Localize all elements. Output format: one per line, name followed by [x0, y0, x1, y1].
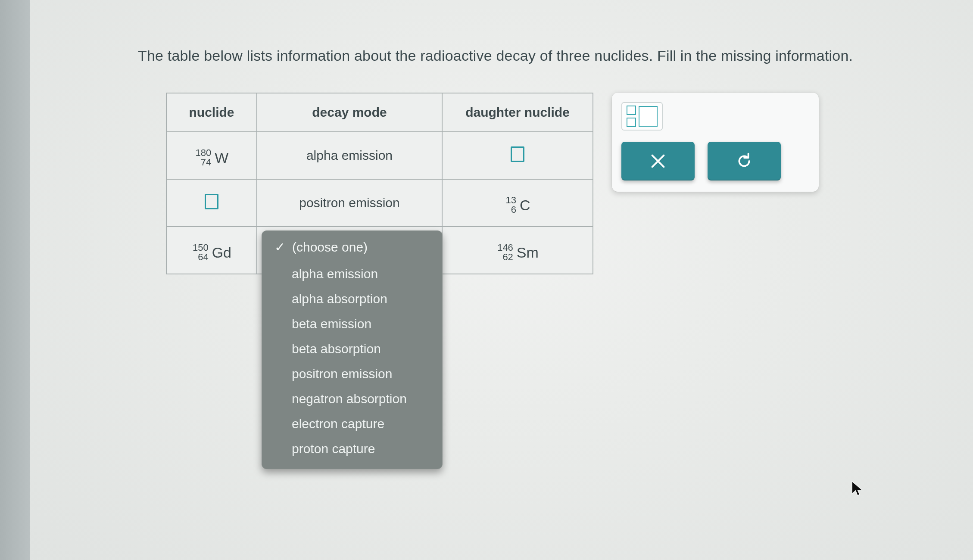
cell-nuclide: 150 64 Gd	[166, 227, 257, 274]
question-page: The table below lists information about …	[30, 0, 973, 560]
dropdown-option[interactable]: beta emission	[262, 311, 443, 336]
dropdown-option[interactable]: alpha emission	[262, 261, 443, 286]
undo-icon	[734, 151, 754, 171]
mass-slot-icon	[627, 106, 636, 115]
element-symbol: Gd	[212, 245, 231, 260]
table-row: 180 74 W alpha emission	[166, 132, 593, 179]
check-icon: ✓	[274, 241, 285, 254]
cell-nuclide[interactable]	[166, 179, 257, 227]
blank-input-box[interactable]	[205, 194, 218, 209]
atomic-number: 6	[510, 205, 517, 215]
tool-buttons-row	[621, 142, 809, 180]
dropdown-option[interactable]: alpha absorption	[262, 286, 443, 311]
element-symbol: C	[520, 198, 530, 212]
dropdown-option[interactable]: electron capture	[262, 411, 443, 436]
element-symbol: Sm	[517, 245, 539, 260]
isotope-Sm-146: 146 62 Sm	[496, 243, 539, 262]
cell-daughter: 13 6 C	[442, 179, 593, 227]
mouse-cursor-icon	[851, 480, 863, 497]
mass-number: 180	[195, 148, 212, 158]
window-edge-strip	[0, 0, 30, 560]
header-nuclide: nuclide	[166, 93, 257, 132]
dropdown-selected-label: (choose one)	[292, 240, 368, 255]
element-symbol: W	[215, 150, 228, 165]
reset-button[interactable]	[708, 142, 781, 180]
close-icon	[648, 151, 668, 171]
mass-number: 146	[496, 243, 514, 252]
isotope-W-180: 180 74 W	[195, 148, 229, 167]
symbol-slot-icon	[639, 106, 658, 127]
dropdown-option[interactable]: positron emission	[262, 361, 443, 386]
cell-daughter[interactable]	[442, 132, 593, 179]
blank-input-box[interactable]	[511, 146, 524, 162]
atomic-number: 64	[197, 252, 209, 262]
atomic-slot-icon	[627, 118, 636, 127]
work-area: nuclide decay mode daughter nuclide 180 …	[166, 93, 593, 274]
dropdown-option[interactable]: negatron absorption	[262, 386, 443, 411]
cell-decay-mode: alpha emission	[257, 132, 442, 179]
question-prompt: The table below lists information about …	[138, 47, 918, 64]
header-decay: decay mode	[257, 93, 442, 132]
mass-number: 150	[192, 243, 209, 252]
clear-button[interactable]	[621, 142, 695, 180]
decay-mode-dropdown[interactable]: ✓ (choose one) alpha emission alpha abso…	[262, 230, 443, 469]
table-row: positron emission 13 6 C	[166, 179, 593, 227]
cell-decay-mode-dropdown[interactable]: ✓ (choose one) alpha emission alpha abso…	[257, 227, 442, 274]
atomic-number: 62	[502, 252, 514, 262]
isotope-C-13: 13 6 C	[505, 196, 530, 215]
cell-nuclide: 180 74 W	[166, 132, 257, 179]
answer-toolbox	[612, 93, 819, 192]
dropdown-selected[interactable]: ✓ (choose one)	[262, 236, 443, 261]
table-row: 150 64 Gd ✓ (choose one) alpha	[166, 227, 593, 274]
dropdown-option[interactable]: proton capture	[262, 436, 443, 461]
isotope-Gd-150: 150 64 Gd	[192, 243, 231, 262]
header-daughter: daughter nuclide	[442, 93, 593, 132]
mass-number: 13	[505, 196, 517, 205]
cell-daughter: 146 62 Sm	[442, 227, 593, 274]
isotope-template-button[interactable]	[621, 102, 809, 131]
cell-decay-mode: positron emission	[257, 179, 442, 227]
nuclide-table: nuclide decay mode daughter nuclide 180 …	[166, 93, 593, 274]
dropdown-option[interactable]: beta absorption	[262, 336, 443, 361]
atomic-number: 74	[200, 158, 212, 167]
